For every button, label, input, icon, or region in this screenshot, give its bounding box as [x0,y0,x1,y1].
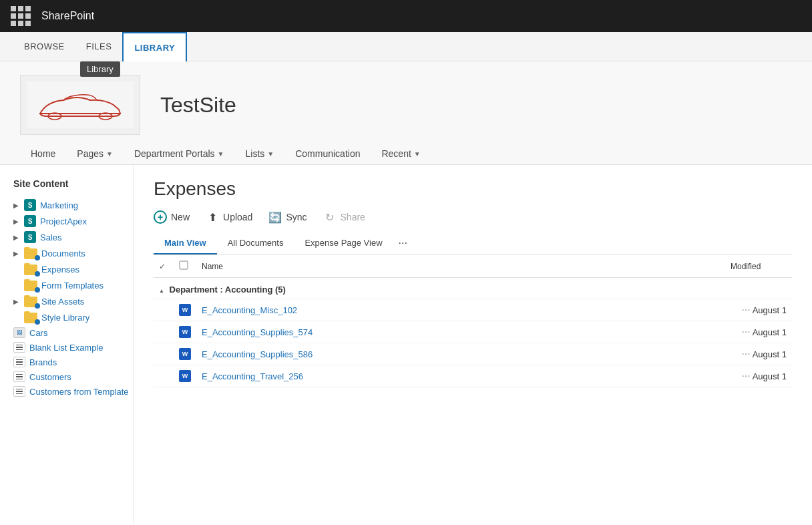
formtemplates-folder-icon [24,279,37,291]
row-file-icon: W [174,321,196,343]
group-label: Department : [170,285,225,295]
view-tabs: Main View All Documents Expense Page Vie… [154,232,792,255]
content-title: Expenses [154,178,792,200]
sales-chevron-icon: ▶ [13,234,19,241]
row-file-icon: W [174,299,196,321]
sidebar-item-cars[interactable]: 🖼 Cars [13,325,133,340]
customers-list-icon [13,371,25,382]
upload-button[interactable]: ⬆ Upload [206,210,252,224]
siteassets-chevron-icon: ▶ [13,298,19,305]
row-more-button[interactable]: ··· [741,326,750,337]
stylelibrary-folder-icon [24,311,37,323]
ribbon: BROWSE FILES LIBRARY Library [0,32,812,61]
row-check[interactable] [154,343,174,365]
nav-home[interactable]: Home [20,143,66,164]
projectapex-chevron-icon: ▶ [13,218,19,225]
row-file-name[interactable]: E_Accounting_Supplies_574 [196,321,725,343]
word-icon: W [179,326,191,338]
sidebar: Site Content ▶ S Marketing ▶ S ProjectAp… [0,165,134,525]
word-icon: W [179,304,191,316]
table-row: W E_Accounting_Misc_102 ··· August 1 [154,299,792,321]
table-row: W E_Accounting_Supplies_586 ··· August 1 [154,343,792,365]
upload-icon: ⬆ [206,210,219,224]
tab-expense-page-view[interactable]: Expense Page View [294,232,393,254]
new-button[interactable]: + New [154,210,190,224]
site-nav: Home Pages ▼ Department Portals ▼ Lists … [0,143,812,164]
nav-recent[interactable]: Recent ▼ [371,143,431,164]
site-title: TestSite [160,93,236,118]
documents-chevron-icon: ▶ [13,250,19,257]
recent-chevron-icon: ▼ [414,150,421,158]
toolbar: + New ⬆ Upload 🔄 Sync ↻ Share [154,210,792,224]
sidebar-item-projectapex[interactable]: ▶ S ProjectApex [13,213,133,229]
sidebar-item-marketing[interactable]: ▶ S Marketing [13,197,133,213]
file-table: ✓ Name Modified ▲ Department : Accountin… [154,255,792,387]
nav-lists[interactable]: Lists ▼ [234,143,284,164]
site-logo [20,75,140,135]
word-icon: W [179,370,191,382]
sidebar-item-customers-from-template[interactable]: Customers from Template [13,384,133,399]
cars-image-icon: 🖼 [13,327,25,338]
col-name-header[interactable]: Name [196,255,725,278]
row-more-button[interactable]: ··· [741,304,750,315]
table-row: W E_Accounting_Travel_256 ··· August 1 [154,365,792,387]
row-more-button[interactable]: ··· [741,348,750,359]
marketing-chevron-icon: ▶ [13,202,19,209]
sync-icon: 🔄 [268,210,282,224]
tab-all-documents[interactable]: All Documents [217,232,294,254]
svg-rect-3 [180,261,188,269]
row-file-name[interactable]: E_Accounting_Misc_102 [196,299,725,321]
tab-library[interactable]: LIBRARY [122,32,187,61]
row-modified: ··· August 1 [725,299,792,321]
row-file-name[interactable]: E_Accounting_Travel_256 [196,365,725,387]
site-header: TestSite Home Pages ▼ Department Portals… [0,61,812,165]
projectapex-sp-icon: S [24,215,36,227]
sidebar-item-site-assets[interactable]: ▶ Site Assets [13,293,133,309]
lists-chevron-icon: ▼ [267,150,274,158]
sidebar-title: Site Content [13,178,133,189]
pages-chevron-icon: ▼ [106,150,113,158]
ribbon-tooltip: Library [80,61,120,77]
nav-department-portals[interactable]: Department Portals ▼ [124,143,235,164]
marketing-sp-icon: S [24,199,36,211]
share-button[interactable]: ↻ Share [323,210,365,224]
sidebar-item-documents[interactable]: ▶ Documents [13,245,133,261]
col-modified-header[interactable]: Modified [725,255,792,278]
group-count: (5) [275,285,286,295]
sidebar-item-sales[interactable]: ▶ S Sales [13,229,133,245]
row-check[interactable] [154,321,174,343]
siteassets-folder-icon [24,295,37,307]
tab-files[interactable]: FILES [75,32,123,61]
sidebar-item-form-templates[interactable]: Form Templates [24,277,133,293]
tab-browse[interactable]: BROWSE [13,32,75,61]
main-area: Site Content ▶ S Marketing ▶ S ProjectAp… [0,165,812,525]
row-check[interactable] [154,299,174,321]
group-triangle-icon: ▲ [159,288,164,294]
expenses-folder-icon [24,263,37,275]
sidebar-item-brands[interactable]: Brands [13,355,133,369]
sidebar-item-expenses[interactable]: Expenses [24,261,133,277]
brands-list-icon [13,357,25,367]
blanklist-list-icon [13,342,25,353]
word-icon: W [179,348,191,360]
sync-button[interactable]: 🔄 Sync [268,210,307,224]
row-modified: ··· August 1 [725,321,792,343]
sales-sp-icon: S [24,231,36,243]
col-icon-header [174,255,196,278]
new-icon: + [154,210,167,224]
row-more-button[interactable]: ··· [741,370,750,381]
nav-pages[interactable]: Pages ▼ [66,143,124,164]
tab-main-view[interactable]: Main View [154,232,217,254]
view-more-button[interactable]: ··· [393,232,413,254]
sidebar-item-style-library[interactable]: Style Library [24,309,133,325]
sidebar-item-blank-list-example[interactable]: Blank List Example [13,340,133,355]
sidebar-item-customers[interactable]: Customers [13,369,133,384]
nav-communication[interactable]: Communication [284,143,371,164]
group-header-accounting: ▲ Department : Accounting (5) [154,278,792,299]
row-file-icon: W [174,365,196,387]
row-file-icon: W [174,343,196,365]
row-check[interactable] [154,365,174,387]
svg-rect-0 [27,81,134,128]
row-file-name[interactable]: E_Accounting_Supplies_586 [196,343,725,365]
app-launcher-icon[interactable] [11,6,31,26]
